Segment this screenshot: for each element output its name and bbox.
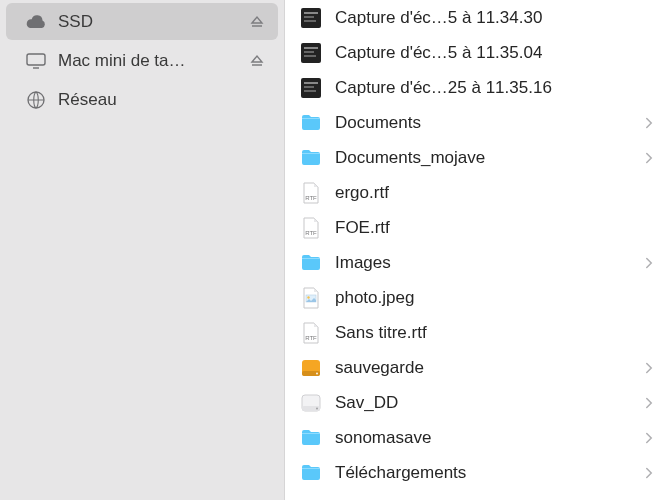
file-name: Sav_DD bbox=[335, 393, 635, 413]
file-row[interactable]: sonomasave bbox=[285, 420, 669, 455]
drive-hd-icon bbox=[299, 356, 323, 380]
chevron-right-icon[interactable] bbox=[635, 394, 655, 412]
cloud-icon bbox=[24, 14, 48, 30]
file-name: ergo.rtf bbox=[335, 183, 635, 203]
folder-icon bbox=[299, 426, 323, 450]
file-row[interactable]: Sans titre.rtf bbox=[285, 315, 669, 350]
sidebar-item-label: SSD bbox=[58, 12, 248, 32]
sidebar-item-ssd[interactable]: SSD bbox=[6, 3, 278, 40]
file-name: Téléchargements bbox=[335, 463, 635, 483]
rtf-icon bbox=[299, 321, 323, 345]
screenshot-icon bbox=[299, 6, 323, 30]
file-row[interactable]: Sav_DD bbox=[285, 385, 669, 420]
file-name: Sans titre.rtf bbox=[335, 323, 635, 343]
file-name: Capture d'éc…5 à 11.34.30 bbox=[335, 8, 635, 28]
file-row[interactable]: Téléchargements bbox=[285, 455, 669, 490]
chevron-right-icon[interactable] bbox=[635, 254, 655, 272]
file-row[interactable]: FOE.rtf bbox=[285, 210, 669, 245]
file-name: photo.jpeg bbox=[335, 288, 635, 308]
svg-rect-0 bbox=[27, 54, 45, 65]
monitor-icon bbox=[24, 52, 48, 70]
globe-icon bbox=[24, 90, 48, 110]
screenshot-icon bbox=[299, 41, 323, 65]
drive-white-icon bbox=[299, 391, 323, 415]
rtf-icon bbox=[299, 216, 323, 240]
sidebar-item-label: Mac mini de ta… bbox=[58, 51, 248, 71]
sidebar: SSD Mac mini de ta… Réseau bbox=[0, 0, 285, 500]
file-row[interactable]: Capture d'éc…25 à 11.35.16 bbox=[285, 70, 669, 105]
file-row[interactable]: sauvegarde bbox=[285, 350, 669, 385]
eject-icon[interactable] bbox=[248, 52, 266, 70]
chevron-right-icon[interactable] bbox=[635, 114, 655, 132]
chevron-right-icon[interactable] bbox=[635, 149, 655, 167]
folder-icon bbox=[299, 146, 323, 170]
folder-icon bbox=[299, 461, 323, 485]
eject-icon[interactable] bbox=[248, 13, 266, 31]
file-name: Capture d'éc…25 à 11.35.16 bbox=[335, 78, 635, 98]
folder-icon bbox=[299, 251, 323, 275]
file-row[interactable]: Images bbox=[285, 245, 669, 280]
finder-window: SSD Mac mini de ta… Réseau bbox=[0, 0, 669, 500]
screenshot-icon bbox=[299, 76, 323, 100]
file-name: Documents_mojave bbox=[335, 148, 635, 168]
rtf-icon bbox=[299, 181, 323, 205]
file-row[interactable]: Documents bbox=[285, 105, 669, 140]
file-name: FOE.rtf bbox=[335, 218, 635, 238]
file-name: Documents bbox=[335, 113, 635, 133]
file-row[interactable]: Capture d'éc…5 à 11.35.04 bbox=[285, 35, 669, 70]
sidebar-item-network[interactable]: Réseau bbox=[6, 81, 278, 118]
chevron-right-icon[interactable] bbox=[635, 464, 655, 482]
file-name: sonomasave bbox=[335, 428, 635, 448]
jpeg-icon bbox=[299, 286, 323, 310]
sidebar-item-label: Réseau bbox=[58, 90, 248, 110]
chevron-right-icon[interactable] bbox=[635, 429, 655, 447]
folder-icon bbox=[299, 111, 323, 135]
file-name: Images bbox=[335, 253, 635, 273]
file-row[interactable]: Capture d'éc…5 à 11.34.30 bbox=[285, 0, 669, 35]
file-name: sauvegarde bbox=[335, 358, 635, 378]
file-row[interactable]: ergo.rtf bbox=[285, 175, 669, 210]
file-row[interactable]: Documents_mojave bbox=[285, 140, 669, 175]
file-name: Capture d'éc…5 à 11.35.04 bbox=[335, 43, 635, 63]
sidebar-item-mac-mini[interactable]: Mac mini de ta… bbox=[6, 42, 278, 79]
file-row[interactable]: photo.jpeg bbox=[285, 280, 669, 315]
file-list: Capture d'éc…5 à 11.34.30Capture d'éc…5 … bbox=[285, 0, 669, 500]
chevron-right-icon[interactable] bbox=[635, 359, 655, 377]
